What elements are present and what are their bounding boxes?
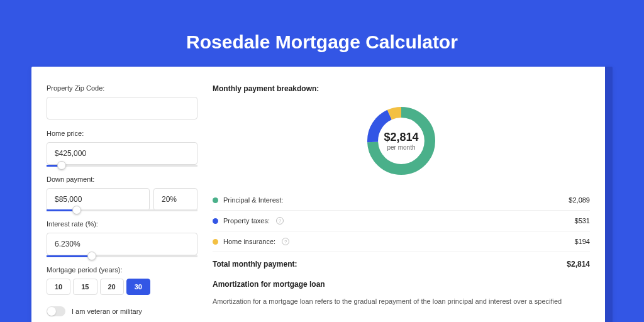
veteran-row: I am veteran or military [47, 306, 197, 316]
legend-label-taxes: Property taxes: [223, 217, 270, 225]
legend-row-insurance: Home insurance: ? $194 [213, 231, 590, 252]
interest-rate-slider-handle[interactable] [87, 252, 96, 260]
amort-title: Amortization for mortgage loan [213, 280, 590, 289]
veteran-toggle[interactable] [47, 306, 65, 316]
zip-label: Property Zip Code: [47, 84, 197, 92]
zip-field-block: Property Zip Code: [47, 84, 197, 121]
down-payment-amount-input[interactable] [47, 188, 150, 211]
down-payment-block: Down payment: [47, 175, 197, 211]
help-icon[interactable]: ? [276, 217, 284, 225]
donut-wrap: $2,814 per month [213, 103, 590, 179]
veteran-toggle-knob [47, 307, 56, 316]
period-label: Mortgage period (years): [47, 266, 197, 274]
total-row: Total monthly payment: $2,814 [213, 252, 590, 280]
home-price-block: Home price: [47, 130, 197, 167]
legend-dot-taxes [213, 218, 218, 224]
home-price-slider[interactable] [47, 165, 197, 167]
form-panel: Property Zip Code: Home price: Down paym… [47, 84, 197, 313]
down-payment-slider-handle[interactable] [72, 206, 81, 214]
legend-value-principal: $2,089 [569, 196, 590, 204]
period-btn-30[interactable]: 30 [126, 279, 150, 295]
help-icon[interactable]: ? [282, 238, 289, 245]
down-payment-label: Down payment: [47, 175, 197, 183]
donut-value: $2,814 [384, 131, 418, 144]
interest-rate-slider[interactable] [47, 255, 197, 257]
home-price-input[interactable] [47, 142, 197, 165]
legend-dot-principal [213, 197, 218, 203]
home-price-label: Home price: [47, 130, 197, 137]
interest-rate-input[interactable] [47, 233, 197, 255]
period-block: Mortgage period (years): 10 15 20 30 [47, 266, 197, 295]
page-title: Rosedale Mortgage Calculator [31, 31, 613, 53]
period-options: 10 15 20 30 [47, 279, 197, 295]
legend-dot-insurance [213, 239, 218, 245]
home-price-slider-handle[interactable] [57, 161, 66, 170]
donut-sub: per month [387, 144, 415, 151]
donut-chart: $2,814 per month [364, 103, 439, 179]
veteran-label: I am veteran or military [72, 308, 142, 315]
legend-label-principal: Principal & Interest: [223, 196, 283, 204]
amort-text: Amortization for a mortgage loan refers … [213, 296, 590, 307]
legend-value-insurance: $194 [575, 238, 590, 245]
period-btn-15[interactable]: 15 [73, 279, 97, 295]
zip-input[interactable] [47, 97, 197, 119]
breakdown-panel: Monthly payment breakdown: $2,814 per mo… [213, 84, 590, 313]
breakdown-title: Monthly payment breakdown: [213, 84, 590, 93]
period-btn-20[interactable]: 20 [100, 279, 124, 295]
legend-row-principal: Principal & Interest: $2,089 [213, 190, 590, 211]
interest-rate-block: Interest rate (%): [47, 220, 197, 257]
down-payment-pct-input[interactable] [153, 188, 197, 211]
total-label: Total monthly payment: [213, 260, 297, 269]
calculator-card: Property Zip Code: Home price: Down paym… [31, 67, 613, 322]
down-payment-slider[interactable] [47, 209, 197, 211]
legend-row-taxes: Property taxes: ? $531 [213, 211, 590, 231]
legend-label-insurance: Home insurance: [223, 238, 275, 245]
period-btn-10[interactable]: 10 [47, 279, 70, 295]
total-value: $2,814 [567, 260, 590, 269]
legend-value-taxes: $531 [575, 217, 590, 225]
interest-rate-label: Interest rate (%): [47, 220, 197, 228]
donut-center: $2,814 per month [364, 103, 439, 179]
